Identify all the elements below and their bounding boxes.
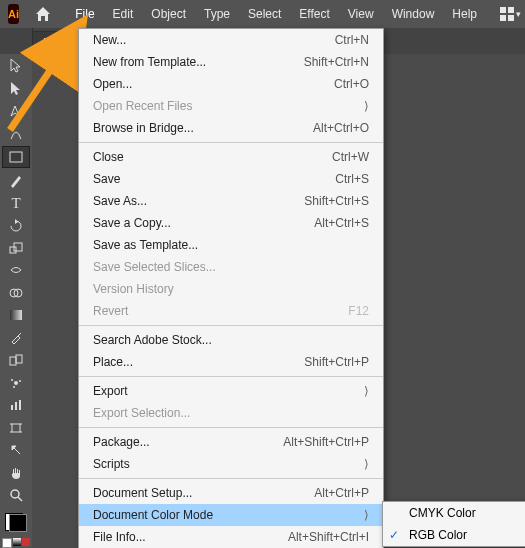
brush-tool-icon[interactable] bbox=[3, 170, 29, 190]
svg-rect-19 bbox=[12, 424, 20, 432]
file-menu-item[interactable]: Scripts⟩ bbox=[79, 453, 383, 475]
menu-item-label: Open Recent Files bbox=[93, 99, 353, 113]
color-mode-label: CMYK Color bbox=[409, 506, 476, 520]
hand-tool-icon[interactable] bbox=[3, 462, 29, 482]
menu-item-label: Document Setup... bbox=[93, 486, 314, 500]
rotate-tool-icon[interactable] bbox=[3, 215, 29, 235]
menu-select[interactable]: Select bbox=[239, 0, 290, 28]
menu-item-label: Close bbox=[93, 150, 332, 164]
color-mode-swatch[interactable] bbox=[2, 538, 30, 548]
file-menu-item[interactable]: Open...Ctrl+O bbox=[79, 73, 383, 95]
svg-point-14 bbox=[19, 380, 21, 382]
width-tool-icon[interactable] bbox=[3, 260, 29, 280]
menu-item-shortcut: F12 bbox=[348, 304, 369, 318]
gradient-tool-icon[interactable] bbox=[3, 305, 29, 325]
file-menu-item: Export Selection... bbox=[79, 402, 383, 424]
submenu-arrow-icon: ⟩ bbox=[359, 384, 369, 398]
file-menu-item: Version History bbox=[79, 278, 383, 300]
file-menu-item[interactable]: SaveCtrl+S bbox=[79, 168, 383, 190]
menu-item-label: Version History bbox=[93, 282, 369, 296]
workspace-switcher-icon[interactable]: ▾ bbox=[500, 7, 521, 21]
file-menu-item[interactable]: CloseCtrl+W bbox=[79, 146, 383, 168]
color-mode-item[interactable]: ✓RGB Color bbox=[383, 524, 525, 546]
symbol-tool-icon[interactable] bbox=[3, 373, 29, 393]
file-menu-item[interactable]: File Info...Alt+Shift+Ctrl+I bbox=[79, 526, 383, 548]
menu-item-label: Search Adobe Stock... bbox=[93, 333, 369, 347]
menu-item-label: Save Selected Slices... bbox=[93, 260, 369, 274]
eyedropper-tool-icon[interactable] bbox=[3, 328, 29, 348]
file-menu-item[interactable]: New from Template...Shift+Ctrl+N bbox=[79, 51, 383, 73]
submenu-arrow-icon: ⟩ bbox=[359, 508, 369, 522]
menu-item-label: Scripts bbox=[93, 457, 353, 471]
fill-stroke-swatch[interactable] bbox=[5, 513, 27, 532]
menu-item-label: Package... bbox=[93, 435, 283, 449]
rectangle-tool-icon[interactable] bbox=[2, 146, 30, 168]
menu-file[interactable]: File bbox=[66, 0, 103, 28]
file-menu-item[interactable]: Place...Shift+Ctrl+P bbox=[79, 351, 383, 373]
svg-rect-3 bbox=[508, 15, 514, 21]
menu-item-shortcut: Alt+Ctrl+O bbox=[313, 121, 369, 135]
color-mode-submenu: CMYK Color✓RGB Color bbox=[382, 501, 525, 547]
file-menu-item[interactable]: Save a Copy...Alt+Ctrl+S bbox=[79, 212, 383, 234]
zoom-tool-icon[interactable] bbox=[3, 485, 29, 505]
file-menu-dropdown: New...Ctrl+NNew from Template...Shift+Ct… bbox=[78, 28, 384, 548]
home-icon[interactable] bbox=[35, 7, 51, 21]
selection-tool-icon[interactable] bbox=[3, 56, 29, 76]
menu-item-label: New... bbox=[93, 33, 335, 47]
file-menu-item[interactable]: New...Ctrl+N bbox=[79, 29, 383, 51]
file-menu-item[interactable]: Document Color Mode⟩ bbox=[79, 504, 383, 526]
file-menu-item: Open Recent Files⟩ bbox=[79, 95, 383, 117]
file-menu-item[interactable]: Browse in Bridge...Alt+Ctrl+O bbox=[79, 117, 383, 139]
graph-tool-icon[interactable] bbox=[3, 395, 29, 415]
slice-tool-icon[interactable] bbox=[3, 440, 29, 460]
file-menu-item[interactable]: Save As...Shift+Ctrl+S bbox=[79, 190, 383, 212]
svg-point-15 bbox=[13, 386, 15, 388]
menu-item-label: New from Template... bbox=[93, 55, 304, 69]
blend-tool-icon[interactable] bbox=[3, 350, 29, 370]
artboard-tool-icon[interactable] bbox=[3, 418, 29, 438]
menu-view[interactable]: View bbox=[339, 0, 383, 28]
menu-object[interactable]: Object bbox=[142, 0, 195, 28]
menu-edit[interactable]: Edit bbox=[104, 0, 143, 28]
ruler-corner bbox=[0, 28, 33, 54]
file-menu-item[interactable]: Export⟩ bbox=[79, 380, 383, 402]
curvature-tool-icon[interactable] bbox=[3, 123, 29, 143]
file-menu-item[interactable]: Document Setup...Alt+Ctrl+P bbox=[79, 482, 383, 504]
scale-tool-icon[interactable] bbox=[3, 238, 29, 258]
menu-window[interactable]: Window bbox=[383, 0, 444, 28]
menu-help[interactable]: Help bbox=[443, 0, 486, 28]
menu-item-label: Save as Template... bbox=[93, 238, 369, 252]
menubar: Ai File Edit Object Type Select Effect V… bbox=[0, 0, 525, 28]
direct-select-tool-icon[interactable] bbox=[3, 78, 29, 98]
file-menu-item: RevertF12 bbox=[79, 300, 383, 322]
svg-rect-4 bbox=[10, 152, 22, 162]
shape-builder-tool-icon[interactable] bbox=[3, 283, 29, 303]
menu-item-label: Open... bbox=[93, 77, 334, 91]
menu-item-label: Document Color Mode bbox=[93, 508, 353, 522]
menu-item-shortcut: Alt+Ctrl+S bbox=[314, 216, 369, 230]
svg-rect-18 bbox=[19, 400, 21, 410]
menu-effect[interactable]: Effect bbox=[290, 0, 338, 28]
menu-item-shortcut: Alt+Shift+Ctrl+P bbox=[283, 435, 369, 449]
submenu-arrow-icon: ⟩ bbox=[359, 457, 369, 471]
svg-rect-11 bbox=[16, 355, 22, 363]
menu-item-shortcut: Alt+Shift+Ctrl+I bbox=[288, 530, 369, 544]
svg-rect-1 bbox=[508, 7, 514, 13]
color-mode-item[interactable]: CMYK Color bbox=[383, 502, 525, 524]
menu-item-label: Save a Copy... bbox=[93, 216, 314, 230]
file-menu-item[interactable]: Search Adobe Stock... bbox=[79, 329, 383, 351]
menu-item-label: Place... bbox=[93, 355, 304, 369]
file-menu-item[interactable]: Package...Alt+Shift+Ctrl+P bbox=[79, 431, 383, 453]
menu-item-label: File Info... bbox=[93, 530, 288, 544]
color-mode-label: RGB Color bbox=[409, 528, 467, 542]
type-tool-icon[interactable]: T bbox=[3, 193, 29, 213]
pen-tool-icon[interactable] bbox=[3, 101, 29, 121]
svg-point-12 bbox=[14, 381, 18, 385]
menu-type[interactable]: Type bbox=[195, 0, 239, 28]
menu-item-shortcut: Ctrl+O bbox=[334, 77, 369, 91]
menu-item-label: Browse in Bridge... bbox=[93, 121, 313, 135]
menu-item-shortcut: Alt+Ctrl+P bbox=[314, 486, 369, 500]
file-menu-item[interactable]: Save as Template... bbox=[79, 234, 383, 256]
menu-item-label: Export Selection... bbox=[93, 406, 369, 420]
svg-point-13 bbox=[11, 379, 13, 381]
